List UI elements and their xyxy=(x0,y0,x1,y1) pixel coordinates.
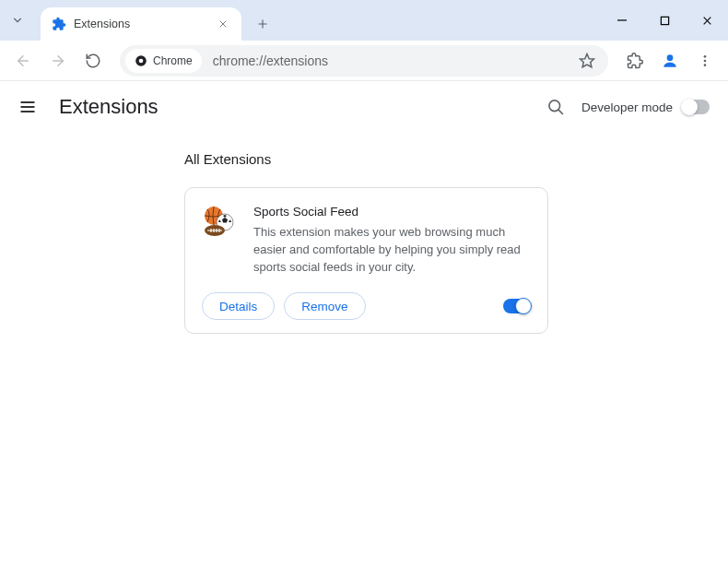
reload-button[interactable] xyxy=(77,45,109,77)
chevron-down-icon xyxy=(11,14,24,27)
forward-button[interactable] xyxy=(42,45,74,77)
svg-point-13 xyxy=(667,54,674,61)
extension-body: Sports Social Feed This extension makes … xyxy=(253,205,531,276)
developer-mode: Developer mode xyxy=(581,100,710,114)
maximize-button[interactable] xyxy=(643,0,686,41)
svg-rect-5 xyxy=(661,17,668,24)
svg-marker-12 xyxy=(581,53,594,66)
bookmark-button[interactable] xyxy=(579,53,595,69)
extension-card-top: Sports Social Feed This extension makes … xyxy=(202,205,531,276)
extension-description: This extension makes your web browsing m… xyxy=(253,224,531,276)
menu-button[interactable] xyxy=(689,45,721,77)
omnibox[interactable]: Chrome chrome://extensions xyxy=(120,45,608,77)
developer-mode-toggle[interactable] xyxy=(682,100,710,114)
window-controls xyxy=(601,0,728,41)
developer-mode-label: Developer mode xyxy=(581,100,673,114)
chip-label: Chrome xyxy=(153,54,193,67)
page-title: Extensions xyxy=(59,95,159,119)
new-tab-button[interactable] xyxy=(249,10,276,38)
svg-point-11 xyxy=(139,58,144,63)
dots-vertical-icon xyxy=(698,53,712,68)
extensions-button[interactable] xyxy=(619,45,651,77)
arrow-right-icon xyxy=(50,53,66,69)
extension-actions: Details Remove xyxy=(202,292,531,320)
tab-search-button[interactable] xyxy=(0,0,35,41)
extension-icon xyxy=(202,205,235,238)
close-tab-button[interactable] xyxy=(216,17,230,31)
close-window-button[interactable] xyxy=(686,0,728,41)
svg-point-14 xyxy=(704,55,707,58)
minimize-icon xyxy=(616,15,628,26)
close-icon xyxy=(701,15,713,27)
close-icon xyxy=(218,19,228,29)
content-area: All Extensions xyxy=(0,133,728,334)
section-title: All Extensions xyxy=(184,151,728,167)
remove-button[interactable]: Remove xyxy=(284,292,365,320)
page-header-right: Developer mode xyxy=(546,98,710,116)
details-button[interactable]: Details xyxy=(202,292,275,320)
plus-icon xyxy=(256,18,269,30)
reload-icon xyxy=(85,53,101,69)
minimize-button[interactable] xyxy=(601,0,643,41)
puzzle-icon xyxy=(52,17,66,31)
sports-balls-icon xyxy=(202,205,235,238)
back-button[interactable] xyxy=(7,45,39,77)
hamburger-icon xyxy=(18,98,37,116)
tab-strip: Extensions xyxy=(0,0,728,41)
svg-point-16 xyxy=(704,64,707,66)
profile-icon xyxy=(661,52,679,70)
puzzle-outline-icon xyxy=(627,53,643,69)
profile-button[interactable] xyxy=(654,45,686,77)
search-button[interactable] xyxy=(546,98,565,116)
svg-line-21 xyxy=(558,110,562,113)
maximize-icon xyxy=(660,16,670,26)
sidebar-menu-button[interactable] xyxy=(18,98,41,116)
arrow-left-icon xyxy=(15,53,31,69)
svg-point-15 xyxy=(704,59,707,62)
site-chip[interactable]: Chrome xyxy=(125,49,202,73)
extension-enable-toggle[interactable] xyxy=(503,299,531,313)
star-icon xyxy=(579,53,595,69)
chrome-icon xyxy=(135,54,147,67)
extension-card: Sports Social Feed This extension makes … xyxy=(184,187,548,334)
extensions-page: Extensions Developer mode All Extensions xyxy=(0,81,728,567)
url-text: chrome://extensions xyxy=(213,53,328,68)
extension-name: Sports Social Feed xyxy=(253,205,531,219)
browser-tab[interactable]: Extensions xyxy=(41,7,241,41)
tab-title: Extensions xyxy=(74,18,216,30)
browser-chrome: Extensions xyxy=(0,0,728,81)
toolbar: Chrome chrome://extensions xyxy=(0,41,728,81)
search-icon xyxy=(546,98,565,116)
page-header: Extensions Developer mode xyxy=(0,81,728,133)
